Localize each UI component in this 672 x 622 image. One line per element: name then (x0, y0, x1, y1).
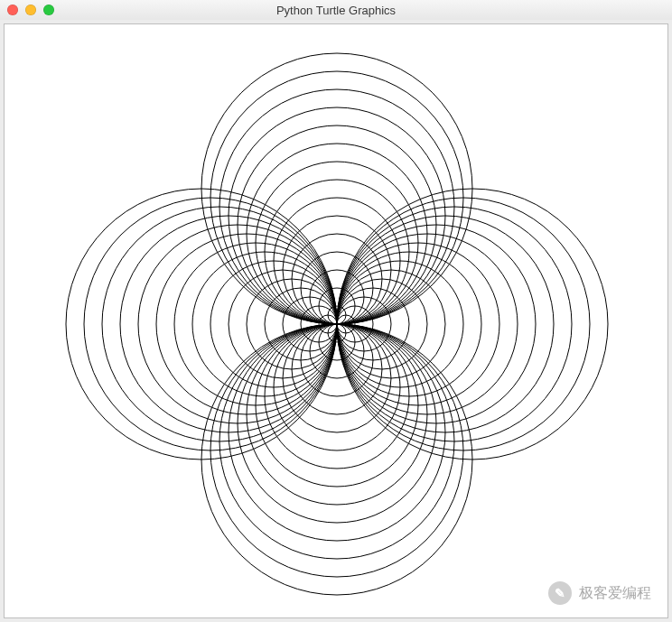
svg-point-6 (337, 261, 463, 387)
svg-point-8 (337, 243, 499, 405)
close-icon[interactable] (7, 5, 18, 15)
svg-point-38 (174, 243, 337, 405)
svg-point-14 (337, 189, 608, 460)
turtle-drawing (5, 24, 667, 617)
svg-point-25 (238, 324, 436, 523)
svg-point-42 (102, 207, 337, 441)
minimize-icon[interactable] (25, 5, 36, 15)
svg-point-55 (238, 125, 436, 324)
svg-point-27 (219, 324, 454, 559)
svg-point-10 (337, 225, 536, 423)
svg-point-36 (210, 261, 337, 387)
svg-point-57 (219, 89, 454, 324)
svg-point-44 (66, 189, 337, 460)
svg-point-23 (256, 324, 418, 487)
canvas-frame: ✎ 极客爱编程 (0, 20, 672, 622)
titlebar[interactable]: Python Turtle Graphics (0, 0, 672, 21)
turtle-canvas: ✎ 极客爱编程 (4, 23, 668, 618)
traffic-lights (7, 5, 54, 15)
app-window: Python Turtle Graphics ✎ 极客爱编程 (0, 0, 672, 622)
svg-point-12 (337, 207, 572, 441)
window-title: Python Turtle Graphics (0, 4, 672, 17)
svg-point-53 (256, 162, 418, 324)
zoom-icon[interactable] (43, 5, 54, 15)
svg-point-40 (138, 225, 337, 423)
svg-point-51 (274, 198, 400, 324)
svg-point-59 (201, 53, 472, 324)
svg-point-29 (201, 324, 472, 595)
svg-point-21 (274, 324, 400, 450)
